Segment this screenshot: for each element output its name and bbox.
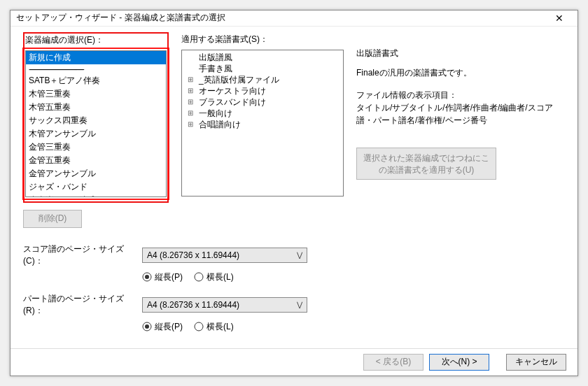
ensemble-item[interactable]: サックス四重奏 [26, 114, 166, 127]
file-info-title: ファイル情報の表示項目： [356, 90, 457, 100]
ensemble-item[interactable]: SATB＋ピアノ伴奏 [26, 74, 166, 87]
score-size-row: スコア譜のページ・サイズ(C)： A4 (8.26736 x 11.69444)… [23, 243, 565, 267]
portrait-label: 縦長(P) [155, 271, 183, 283]
ensemble-listbox[interactable]: 新規に作成-----------------------------------… [25, 50, 167, 197]
list-separator: --------------------------------------- [26, 64, 166, 74]
style-description: Finaleの汎用の楽譜書式です。 [356, 66, 565, 79]
ensemble-item[interactable]: 新規に作成 [26, 51, 166, 64]
window-title: セットアップ・ウィザード - 楽器編成と楽譜書式の選択 [16, 12, 547, 24]
style-tree-item[interactable]: 合唱譜向け [185, 119, 340, 130]
style-tree-item[interactable]: 出版譜風 [185, 52, 340, 63]
style-tree-item[interactable]: オーケストラ向け [185, 85, 340, 96]
style-label: 適用する楽譜書式(S)： [181, 34, 344, 45]
ensemble-item[interactable]: 吹奏楽（フル編成） [26, 194, 166, 197]
score-size-value: A4 (8.26736 x 11.69444) [147, 250, 239, 260]
part-size-value: A4 (8.26736 x 11.69444) [147, 300, 239, 310]
style-tree-item[interactable]: 手書き風 [185, 63, 340, 74]
ensemble-item[interactable]: 金管三重奏 [26, 141, 166, 154]
style-tree[interactable]: 出版譜風手書き風_英語版付属ファイルオーケストラ向けブラスバンド向け一般向け合唱… [181, 50, 344, 196]
titlebar: セットアップ・ウィザード - 楽器編成と楽譜書式の選択 ✕ [10, 10, 578, 27]
description-column: 出版譜書式 Finaleの汎用の楽譜書式です。 ファイル情報の表示項目： タイト… [356, 34, 565, 228]
page-size-form: スコア譜のページ・サイズ(C)： A4 (8.26736 x 11.69444)… [23, 243, 565, 343]
content-area: 楽器編成の選択(E)： 新規に作成-----------------------… [10, 27, 578, 348]
ensemble-item[interactable]: 木管五重奏 [26, 101, 166, 114]
close-icon[interactable]: ✕ [547, 13, 572, 24]
style-tree-item[interactable]: ブラスバンド向け [185, 96, 340, 108]
style-column: 適用する楽譜書式(S)： 出版譜風手書き風_英語版付属ファイルオーケストラ向けブ… [181, 34, 344, 228]
file-info-body: タイトル/サブタイトル/作詞者/作曲者/編曲者/スコア譜・パート譜名/著作権/ペ… [356, 103, 553, 125]
part-portrait-radio[interactable]: 縦長(P) [142, 321, 183, 333]
ensemble-item[interactable]: 金管五重奏 [26, 154, 166, 167]
ensemble-label: 楽器編成の選択(E)： [25, 34, 167, 46]
wizard-window: セットアップ・ウィザード - 楽器編成と楽譜書式の選択 ✕ 楽器編成の選択(E)… [10, 10, 578, 376]
next-button[interactable]: 次へ(N) > [429, 354, 489, 371]
style-tree-item[interactable]: _英語版付属ファイル [185, 74, 340, 85]
radio-unselected-icon [194, 272, 204, 282]
score-landscape-radio[interactable]: 横長(L) [194, 271, 234, 283]
ensemble-item[interactable]: 木管三重奏 [26, 87, 166, 101]
chevron-down-icon: ⋁ [297, 301, 302, 308]
svg-point-1 [145, 275, 149, 279]
ensemble-item[interactable]: 木管アンサンブル [26, 127, 166, 141]
radio-selected-icon [142, 272, 152, 282]
back-button: < 戻る(B) [363, 354, 424, 371]
part-landscape-radio[interactable]: 横長(L) [194, 321, 234, 333]
score-orientation: 縦長(P) 横長(L) [142, 271, 565, 283]
delete-button: 削除(D) [23, 210, 82, 228]
landscape-label: 横長(L) [206, 321, 234, 333]
score-portrait-radio[interactable]: 縦長(P) [142, 271, 183, 283]
svg-point-2 [195, 273, 203, 281]
style-tree-item[interactable]: 一般向け [185, 108, 340, 119]
ensemble-item[interactable]: ジャズ・バンド [26, 180, 166, 194]
part-size-label: パート譜のページ・サイズ(R)： [23, 293, 142, 317]
part-orientation: 縦長(P) 横長(L) [142, 321, 565, 333]
ensemble-item[interactable]: 金管アンサンブル [26, 167, 166, 180]
svg-point-4 [145, 324, 149, 329]
ensemble-column: 楽器編成の選択(E)： 新規に作成-----------------------… [23, 34, 169, 228]
svg-point-5 [195, 322, 203, 331]
columns: 楽器編成の選択(E)： 新規に作成-----------------------… [23, 34, 565, 228]
file-info: ファイル情報の表示項目： タイトル/サブタイトル/作詞者/作曲者/編曲者/スコア… [356, 89, 565, 127]
portrait-label: 縦長(P) [155, 321, 183, 333]
landscape-label: 横長(L) [206, 271, 234, 283]
radio-selected-icon [142, 322, 152, 331]
style-title: 出版譜書式 [356, 48, 565, 59]
button-bar: < 戻る(B) 次へ(N) > キャンセル [10, 348, 578, 376]
ensemble-highlight: 楽器編成の選択(E)： 新規に作成-----------------------… [23, 32, 169, 203]
score-size-select[interactable]: A4 (8.26736 x 11.69444) ⋁ [142, 248, 307, 263]
score-size-label: スコア譜のページ・サイズ(C)： [23, 243, 142, 267]
chevron-down-icon: ⋁ [297, 251, 302, 259]
radio-unselected-icon [194, 322, 204, 331]
cancel-button[interactable]: キャンセル [506, 354, 566, 371]
part-size-row: パート譜のページ・サイズ(R)： A4 (8.26736 x 11.69444)… [23, 293, 565, 317]
part-size-select[interactable]: A4 (8.26736 x 11.69444) ⋁ [142, 297, 307, 313]
always-apply-button: 選択された楽器編成ではつねにこの楽譜書式を適用する(U) [356, 148, 496, 180]
